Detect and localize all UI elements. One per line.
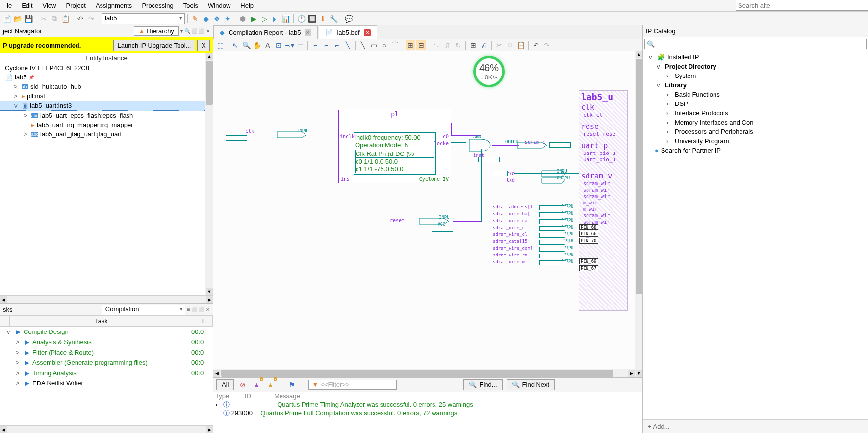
rotate-icon[interactable]: ↻ [453,40,463,50]
redo2-icon[interactable]: ↷ [542,40,552,50]
paste2-icon[interactable]: 📋 [516,40,526,50]
scroll-left-icon[interactable]: ◀ [0,296,7,303]
task-row[interactable]: >▶Analysis & Synthesis00:0 [0,337,213,347]
paste-icon[interactable]: 📋 [60,14,70,24]
stop-icon[interactable]: ⬢ [238,14,248,24]
home-icon[interactable]: ⬚ [215,40,225,50]
open-icon[interactable]: 📂 [13,14,23,24]
schematic-canvas[interactable]: 46% ↓ 0K/s clk INPU pl inclk c0 locke in… [213,51,635,369]
pin-assignment[interactable]: PIN_70 [579,238,598,244]
scroll-up-icon[interactable]: ▲ [636,51,642,58]
menu-help[interactable]: Help [235,1,258,10]
block-icon[interactable]: ▭ [295,40,305,50]
select-icon[interactable]: ↖ [230,40,240,50]
compile-icon[interactable]: ◆ [201,14,211,24]
ip-group[interactable]: vProject Directory [646,62,865,71]
error-filter-icon[interactable]: ⊘ [238,380,248,390]
close-icon[interactable]: ✕ [305,29,311,36]
menu-assignments[interactable]: Assignments [91,1,137,10]
zoom-icon[interactable]: 🔍 [241,40,251,50]
root-entity[interactable]: 📄lab5📌 [0,73,213,82]
task-row[interactable]: v▶Compile Design00:0 [0,327,213,337]
scroll-left-icon[interactable]: ◀ [0,426,7,433]
task-row[interactable]: >▶EDA Netlist Writer [0,378,213,388]
scroll-right-icon[interactable]: ▶ [206,296,213,303]
canvas-scrollbar-v[interactable]: ▲ ▼ [635,51,642,377]
ip-item[interactable]: ›Interface Protocols [646,108,865,118]
pin-assignment[interactable]: PIN_66 [579,231,598,237]
undo2-icon[interactable]: ↶ [531,40,541,50]
banner-close-button[interactable]: X [197,40,210,51]
task-row[interactable]: >▶Assembler (Generate programming files)… [0,357,213,368]
diag-icon[interactable]: ╲ [343,40,353,50]
device-row[interactable]: Cyclone IV E: EP4CE6E22C8 [0,63,213,73]
nav-scrollbar-h[interactable]: ◀ ▶ [0,295,213,303]
cut-icon[interactable]: ✂ [39,14,49,24]
msgs-all-button[interactable]: All [216,379,234,390]
pin-icon[interactable]: ⊸▾ [284,40,294,50]
flip-v-icon[interactable]: ⇵ [442,40,452,50]
new-icon[interactable]: 📄 [2,14,12,24]
partial-icon[interactable]: ⊞ [406,40,415,50]
rubber-icon[interactable]: ⊟ [416,40,426,50]
print-icon[interactable]: 🖨 [479,40,489,50]
hierarchy-tree[interactable]: Entity:Instance Cyclone IV E: EP4CE6E22C… [0,53,213,295]
ip-root[interactable]: v🧩Installed IP [646,52,865,62]
ip-search-input[interactable]: 🔍 [644,39,867,49]
scroll-thumb[interactable] [221,370,613,377]
line-icon[interactable]: ╲ [358,40,368,50]
ip-item[interactable]: ›DSP [646,99,865,108]
report-icon[interactable]: 📊 [281,14,291,24]
menu-project[interactable]: Project [61,1,90,10]
filter-input[interactable]: ▼<<Filter>> [308,380,397,390]
bus-icon[interactable]: ⌐ [321,40,331,50]
text-icon[interactable]: A [263,40,273,50]
flow-combo[interactable]: Compilation [102,305,185,315]
scroll-down-icon[interactable]: ▼ [206,288,213,295]
menu-tools[interactable]: Tools [179,1,203,10]
tasks-controls[interactable]: ≡ ⬜ ⬜ ✕ [187,307,210,312]
project-combo[interactable]: lab5 [102,13,185,24]
ip-group[interactable]: vLibrary [646,80,865,90]
rect-icon[interactable]: ▭ [369,40,379,50]
scroll-thumb[interactable] [636,59,642,294]
find-button[interactable]: 🔍Find... [463,379,502,390]
elaborate-icon[interactable]: ✦ [223,14,232,24]
ip-add-button[interactable]: + Add... [643,419,868,433]
canvas-scrollbar-h[interactable]: ◀ ▶ [213,369,635,377]
scroll-left-icon[interactable]: ◀ [213,370,220,377]
find2-icon[interactable]: ⊞ [468,40,478,50]
sdram-c-pin[interactable] [549,142,571,148]
menu-view[interactable]: View [38,1,61,10]
ip-item[interactable]: ›Basic Functions [646,90,865,99]
task-row[interactable]: >▶Fitter (Place & Route)00:0 [0,347,213,357]
hierarchy-item[interactable]: ▸lab5_uart_irq_mapper:irq_mapper [0,120,213,129]
critical-filter-icon[interactable]: ▲• [252,380,261,390]
play-icon[interactable]: ▶ [249,14,258,24]
pll-block[interactable]: pl inclk c0 locke inclk0 frequency: 50.0… [338,110,451,183]
pin-assignment[interactable]: PIN_68 [579,224,598,230]
timing-icon[interactable]: 🕐 [296,14,306,24]
oval-icon[interactable]: ○ [380,40,389,50]
nav-controls[interactable]: ▾ 🔍 ⬜ ⬜ ✕ [180,28,210,34]
ip-item[interactable]: ›University Program [646,136,865,146]
scroll-down-icon[interactable]: ▼ [636,370,642,377]
tasks-scrollbar-h[interactable]: ◀ ▶ [0,425,213,433]
play2-icon[interactable]: ▷ [259,14,269,24]
scroll-up-icon[interactable]: ▲ [206,53,213,60]
find-next-button[interactable]: 🔍Find Next [507,379,555,390]
flip-h-icon[interactable]: ⇋ [432,40,441,50]
lab5-uart-block[interactable]: lab5_u clk clk_cl rese reset_rese uart_p… [579,90,628,311]
hierarchy-item[interactable]: v▣lab5_uart:inst3 [0,101,213,111]
hierarchy-item[interactable]: >abcsld_hub:auto_hub [0,82,213,91]
ortho-icon[interactable]: ⌐ [310,40,320,50]
chat-icon[interactable]: 💬 [344,14,354,24]
save-icon[interactable]: 💾 [24,14,33,24]
ip-partner-search[interactable]: ●Search for Partner IP [646,146,865,155]
hierarchy-tab[interactable]: ▲Hierarchy [134,26,179,36]
hierarchy-item[interactable]: >▸pll:inst [0,91,213,101]
pan-icon[interactable]: ✋ [252,40,262,50]
and-gate[interactable] [468,138,493,152]
warning-filter-icon[interactable]: ▲• [265,380,275,390]
close-icon[interactable]: ✕ [364,29,371,36]
